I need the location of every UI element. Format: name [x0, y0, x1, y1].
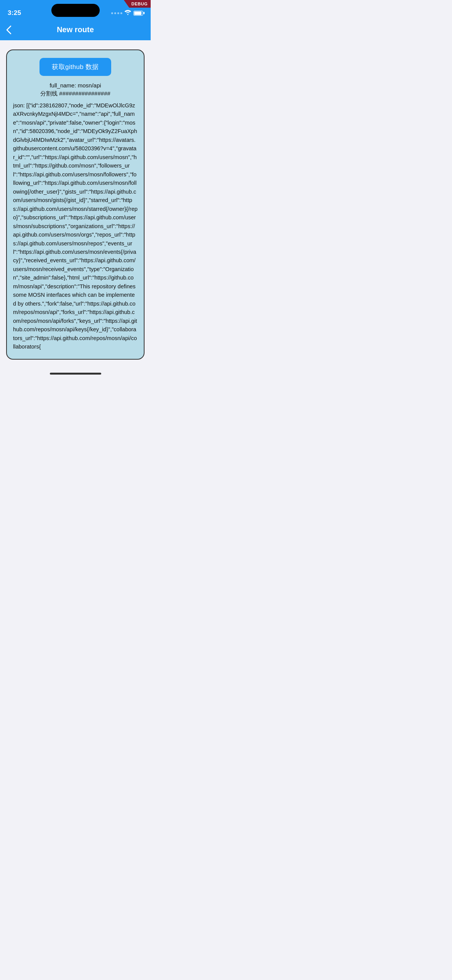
full-name-display: full_name: mosn/api — [13, 82, 138, 89]
home-indicator — [0, 369, 151, 382]
json-content: json: [{"id":238162807,"node_id":"MDEwOl… — [13, 101, 138, 351]
wifi-icon — [125, 10, 131, 16]
signal-dots — [111, 12, 122, 14]
status-icons — [111, 10, 143, 16]
signal-dot-3 — [117, 12, 119, 14]
content-area: 获取github 数据 full_name: mosn/api 分割线 ####… — [0, 40, 151, 369]
signal-dot-1 — [111, 12, 113, 14]
page-title: New route — [57, 25, 94, 34]
debug-badge: DEBUG — [124, 0, 151, 8]
main-card: 获取github 数据 full_name: mosn/api 分割线 ####… — [6, 49, 145, 360]
back-button[interactable] — [6, 25, 12, 35]
dynamic-island — [51, 4, 100, 17]
status-time: 3:25 — [8, 9, 21, 17]
nav-bar: New route — [0, 21, 151, 40]
fetch-github-button[interactable]: 获取github 数据 — [39, 58, 111, 76]
divider-label: 分割线 ################ — [13, 90, 138, 97]
signal-dot-4 — [120, 12, 122, 14]
home-bar — [50, 373, 101, 375]
battery-fill — [134, 12, 141, 15]
signal-dot-2 — [114, 12, 116, 14]
battery-icon — [133, 11, 143, 16]
status-bar: 3:25 DEBUG — [0, 0, 151, 21]
